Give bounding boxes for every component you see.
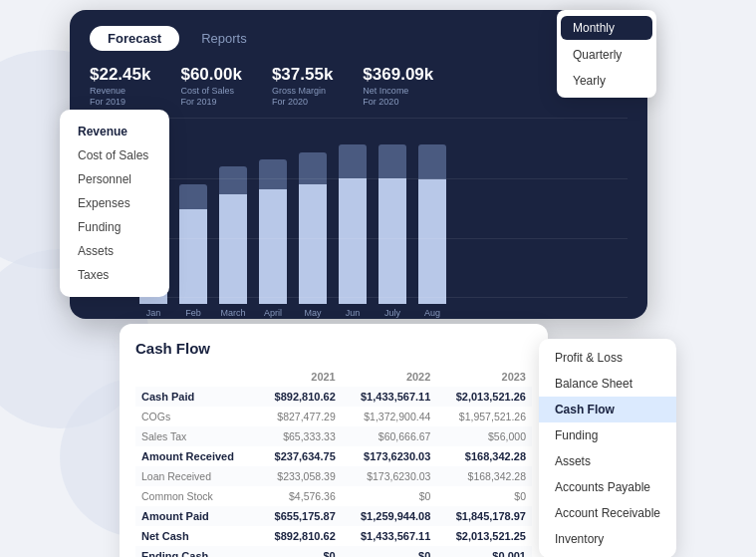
table-cell-label: Amount Paid: [135, 506, 257, 526]
table-row: Amount Received$237,634.75$173,6230.03$1…: [135, 446, 532, 466]
tab-bar: Forecast Reports: [90, 26, 628, 51]
right-menu-item-accounts-payable[interactable]: Accounts Payable: [539, 474, 676, 500]
grid-line-2: [139, 178, 628, 179]
stat-revenue: $22.45k Revenue For 2019: [90, 65, 150, 107]
th-2022: 2022: [342, 367, 437, 387]
table-cell-label: Loan Received: [135, 466, 257, 486]
table-cell-value: $173,6230.03: [342, 446, 437, 466]
right-menu: Profit & LossBalance SheetCash FlowFundi…: [539, 339, 676, 557]
left-menu-item-assets[interactable]: Assets: [60, 239, 169, 263]
right-menu-item-balance-sheet[interactable]: Balance Sheet: [539, 371, 676, 397]
table-cell-value: $1,372,900.44: [342, 407, 437, 426]
table-cell-value: $1,957,521.26: [436, 407, 532, 426]
table-cell-value: $233,058.39: [257, 466, 342, 486]
table-cell-value: $2,013,521.26: [436, 387, 532, 407]
table-cell-value: $0: [342, 546, 437, 557]
table-row: Amount Paid$655,175.87$1,259,944.08$1,84…: [135, 506, 532, 526]
table-row: Sales Tax$65,333.33$60,666.67$56,000: [135, 426, 532, 446]
table-cell-value: $0: [436, 486, 532, 506]
right-menu-item-funding[interactable]: Funding: [539, 422, 676, 448]
table-cell-value: $892,810.62: [257, 526, 342, 546]
stats-row: $22.45k Revenue For 2019 $60.00k Cost of…: [90, 65, 628, 107]
table-cell-value: $168,342.28: [436, 466, 532, 486]
grid-line-0: [139, 297, 628, 298]
table-cell-value: $0: [342, 486, 437, 506]
period-monthly[interactable]: Monthly: [561, 16, 652, 40]
chart-area: 0.00000 1000.00 2000.00 3000.00 JanFebMa…: [90, 119, 628, 318]
stat-net-income: $369.09k Net Income For 2020: [363, 65, 433, 107]
table-cell-value: $65,333.33: [257, 426, 342, 446]
table-card: Cash Flow 2021 2022 2023 Cash Paid$892,8…: [120, 324, 548, 557]
left-menu-item-cost-of-sales[interactable]: Cost of Sales: [60, 143, 169, 167]
table-row: Cash Paid$892,810.62$1,433,567.11$2,013,…: [135, 387, 532, 407]
period-dropdown: Monthly Quarterly Yearly: [557, 10, 656, 98]
bar-label-aug: Aug: [424, 308, 440, 318]
table-cell-value: $1,259,944.08: [342, 506, 437, 526]
table-cell-value: $1,433,567.11: [342, 387, 437, 407]
tab-reports[interactable]: Reports: [183, 26, 265, 51]
table-row: Net Cash$892,810.62$1,433,567.11$2,013,5…: [135, 526, 532, 546]
bar-label-march: March: [220, 308, 245, 318]
table-cell-value: $1,433,567.11: [342, 526, 437, 546]
table-cell-value: $1,845,178.97: [436, 506, 532, 526]
period-quarterly[interactable]: Quarterly: [557, 42, 656, 68]
tab-forecast[interactable]: Forecast: [90, 26, 179, 51]
right-menu-item-assets[interactable]: Assets: [539, 448, 676, 474]
right-menu-item-profit-&-loss[interactable]: Profit & Loss: [539, 345, 676, 371]
left-menu-item-funding[interactable]: Funding: [60, 215, 169, 239]
table-title: Cash Flow: [135, 340, 532, 357]
table-cell-label: Sales Tax: [135, 426, 257, 446]
table-row: Loan Received$233,058.39$173,6230.03$168…: [135, 466, 532, 486]
table-cell-value: $168,342.28: [436, 446, 532, 466]
table-cell-value: $237,634.75: [257, 446, 342, 466]
th-2021: 2021: [257, 367, 342, 387]
th-label: [135, 367, 257, 387]
left-menu-item-revenue[interactable]: Revenue: [60, 120, 169, 143]
table-cell-value: $60,666.67: [342, 426, 437, 446]
bar-label-feb: Feb: [185, 308, 201, 318]
table-cell-value: $892,810.62: [257, 387, 342, 407]
table-row: COGs$827,477.29$1,372,900.44$1,957,521.2…: [135, 407, 532, 426]
bar-label-jun: Jun: [346, 308, 361, 318]
left-menu: RevenueCost of SalesPersonnelExpensesFun…: [60, 110, 169, 297]
grid-line-3: [139, 118, 628, 119]
cashflow-table: 2021 2022 2023 Cash Paid$892,810.62$1,43…: [135, 367, 532, 557]
bar-label-july: July: [384, 308, 400, 318]
bar-label-jan: Jan: [146, 308, 161, 318]
left-menu-item-personnel[interactable]: Personnel: [60, 167, 169, 191]
period-yearly[interactable]: Yearly: [557, 68, 656, 94]
bar-label-april: April: [264, 308, 282, 318]
table-cell-value: $173,6230.03: [342, 466, 437, 486]
table-row: Ending Cash$0$0$0.001: [135, 546, 532, 557]
right-menu-item-account-receivable[interactable]: Account Receivable: [539, 500, 676, 526]
bar-label-may: May: [304, 308, 321, 318]
grid-line-1: [139, 238, 628, 239]
table-row: Common Stock$4,576.36$0$0: [135, 486, 532, 506]
table-cell-value: $4,576.36: [257, 486, 342, 506]
right-menu-item-inventory[interactable]: Inventory: [539, 526, 676, 552]
grid-lines: [139, 119, 628, 298]
table-cell-label: Common Stock: [135, 486, 257, 506]
table-cell-value: $0.001: [436, 546, 532, 557]
table-cell-value: $827,477.29: [257, 407, 342, 426]
left-menu-item-expenses[interactable]: Expenses: [60, 191, 169, 215]
table-cell-value: $0: [257, 546, 342, 557]
table-cell-label: Ending Cash: [135, 546, 257, 557]
table-cell-value: $56,000: [436, 426, 532, 446]
stat-cost-of-sales: $60.00k Cost of Sales For 2019: [180, 65, 241, 107]
table-cell-label: Amount Received: [135, 446, 257, 466]
th-2023: 2023: [436, 367, 532, 387]
table-cell-label: Cash Paid: [135, 387, 257, 407]
stat-gross-margin: $37.55k Gross Margin For 2020: [272, 65, 333, 107]
right-menu-item-cash-flow[interactable]: Cash Flow: [539, 397, 676, 422]
table-cell-label: Net Cash: [135, 526, 257, 546]
table-cell-value: $655,175.87: [257, 506, 342, 526]
table-cell-value: $2,013,521.25: [436, 526, 532, 546]
table-header-row: 2021 2022 2023: [135, 367, 532, 387]
table-cell-label: COGs: [135, 407, 257, 426]
left-menu-item-taxes[interactable]: Taxes: [60, 263, 169, 287]
